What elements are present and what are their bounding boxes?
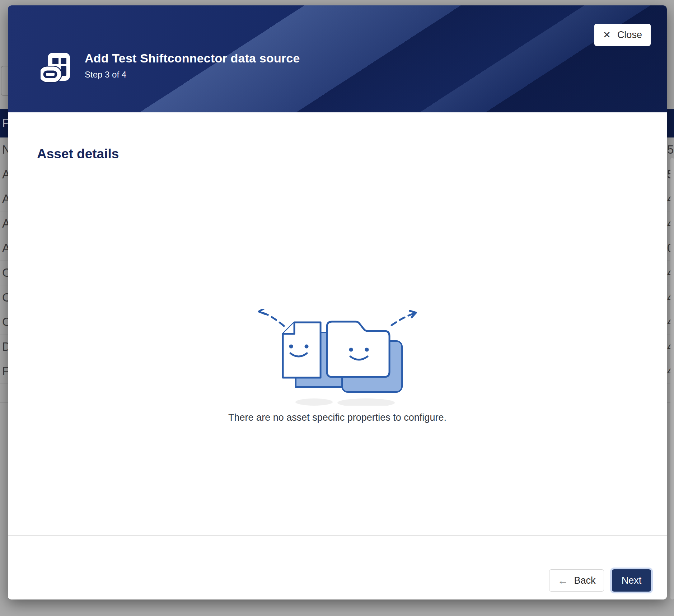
- back-arrow-icon: ←: [557, 575, 568, 586]
- dialog-body: Asset details: [8, 112, 667, 535]
- close-button[interactable]: ✕ Close: [594, 24, 651, 46]
- dialog-step-indicator: Step 3 of 4: [85, 70, 300, 80]
- shiftconnector-logo-icon: [41, 53, 71, 83]
- empty-state-message: There are no asset specific properties t…: [228, 412, 446, 423]
- add-data-source-dialog: Add Test Shiftconnector data source Step…: [8, 5, 667, 599]
- close-button-label: Close: [617, 29, 642, 41]
- next-button-label: Next: [622, 575, 642, 586]
- shadow-ellipse: [337, 398, 395, 406]
- document-fold: [283, 322, 294, 334]
- document-folder-illustration: [253, 309, 422, 406]
- back-button[interactable]: ← Back: [549, 569, 604, 592]
- dialog-title: Add Test Shiftconnector data source: [85, 51, 300, 65]
- arrow-right: [392, 313, 415, 325]
- folder-icon: [327, 322, 389, 377]
- background-scrollbar[interactable]: [670, 158, 674, 599]
- empty-state: There are no asset specific properties t…: [228, 309, 446, 423]
- arrow-left-head: [259, 309, 265, 314]
- back-button-label: Back: [574, 575, 595, 586]
- section-heading: Asset details: [37, 146, 119, 162]
- dialog-header: Add Test Shiftconnector data source Step…: [8, 5, 667, 112]
- next-button[interactable]: Next: [612, 569, 651, 592]
- dialog-title-block: Add Test Shiftconnector data source Step…: [85, 51, 300, 80]
- close-x-icon: ✕: [603, 30, 611, 39]
- shadow-ellipse: [295, 398, 333, 406]
- background-row-right-fragment: 57: [667, 143, 674, 157]
- dialog-footer: ← Back Next: [8, 535, 667, 599]
